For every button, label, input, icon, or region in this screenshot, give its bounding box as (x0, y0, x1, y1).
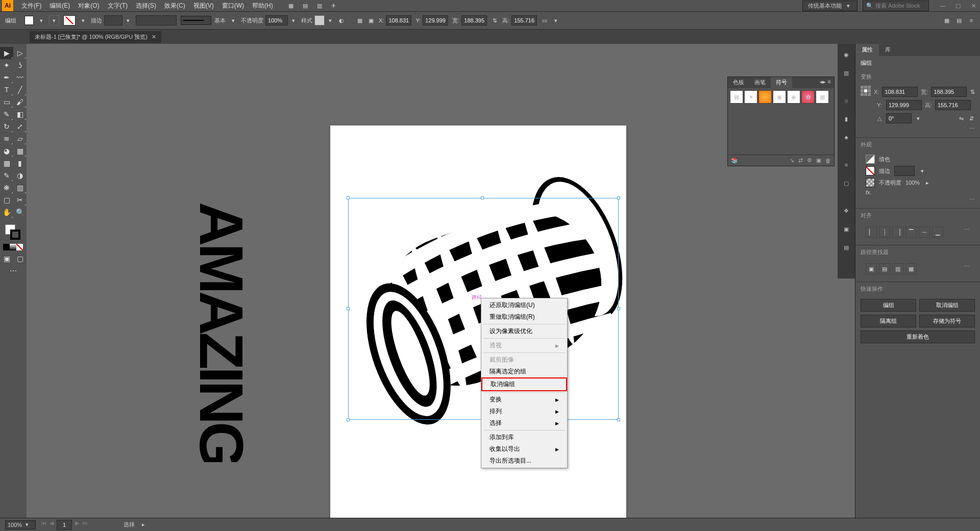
reference-point[interactable] (861, 86, 871, 98)
selection-handle[interactable] (347, 196, 350, 199)
quick-recolor-button[interactable]: 重新着色 (861, 331, 975, 343)
screen-mode-normal[interactable]: ▣ (0, 252, 13, 265)
align-top[interactable]: ▔ (905, 226, 917, 238)
screen-mode-full[interactable]: ▢ (13, 252, 27, 265)
stock-icon[interactable]: ▤ (302, 2, 309, 9)
nav-next-icon[interactable]: ▶ (75, 520, 79, 530)
more-options-icon[interactable]: ⋯ (964, 263, 970, 274)
selection-handle[interactable] (617, 196, 620, 199)
symbol-thumb[interactable]: ▩ (816, 90, 829, 104)
lasso-tool[interactable]: ʖ (13, 59, 27, 71)
type-tool[interactable]: T (0, 84, 13, 96)
window-close[interactable]: ✕ (969, 2, 978, 9)
menu-select[interactable]: 选择(S) (132, 2, 160, 10)
menu-type[interactable]: 文字(T) (104, 2, 132, 10)
color-guide-icon[interactable]: ▥ (841, 67, 852, 79)
document-tab[interactable]: 未标题-1 [已恢复]* @ 100% (RGB/GPU 预览) ✕ (30, 31, 161, 43)
pathfinder-intersect[interactable]: ▥ (892, 263, 903, 274)
shape-builder-tool[interactable]: ◕ (0, 145, 13, 157)
quick-isolate-button[interactable]: 隔离组 (861, 315, 916, 327)
magic-wand-tool[interactable]: ✦ (0, 59, 13, 71)
props-tab-libraries[interactable]: 库 (879, 44, 897, 56)
pathfinder-exclude[interactable]: ▦ (905, 263, 917, 274)
ctx-pixel-perfect[interactable]: 设为像素级优化 (481, 325, 567, 337)
panel-menu-icon[interactable]: ≡ (828, 79, 831, 87)
props-rotate-input[interactable] (886, 113, 912, 123)
menu-effect[interactable]: 效果(C) (160, 2, 189, 10)
color-mode-gradient[interactable] (10, 244, 16, 250)
quick-group-button[interactable]: 编组 (861, 299, 916, 312)
chevron-down-icon[interactable]: ▾ (38, 17, 45, 24)
ctx-redo-ungroup[interactable]: 重做取消编组(R) (481, 311, 567, 323)
zoom-select[interactable]: 100% ▾ (5, 520, 36, 529)
ctx-arrange[interactable]: 排列▶ (481, 406, 567, 417)
panel-tab-swatches[interactable]: 色板 (728, 77, 749, 88)
selection-handle[interactable] (481, 196, 484, 199)
eyedropper-tool[interactable]: ✎ (0, 169, 13, 182)
chevron-down-icon[interactable]: ▾ (290, 17, 297, 24)
selection-handle[interactable] (617, 418, 620, 421)
eraser-tool[interactable]: ◧ (13, 108, 27, 120)
bridge-icon[interactable]: ▦ (287, 2, 295, 9)
gradient-panel-icon[interactable]: ▮ (841, 113, 852, 124)
asset-export-icon[interactable]: ▣ (841, 223, 852, 235)
brush-definition[interactable] (181, 16, 211, 25)
align-right[interactable]: ▕ (892, 226, 903, 238)
color-panel-icon[interactable]: ◉ (841, 49, 852, 60)
quick-ungroup-button[interactable]: 取消编组 (919, 299, 975, 312)
menu-file[interactable]: 文件(F) (17, 2, 45, 10)
shaper-tool[interactable]: ✎ (0, 108, 13, 120)
panel-tab-brushes[interactable]: 画笔 (749, 77, 771, 88)
quick-save-symbol-button[interactable]: 存储为符号 (919, 315, 975, 327)
link-wh-icon[interactable]: ⇅ (970, 88, 975, 95)
flip-v-icon[interactable]: ⇵ (968, 115, 975, 122)
nav-last-icon[interactable]: ⏭ (82, 520, 88, 530)
opacity-arrow-icon[interactable]: ▸ (924, 179, 931, 186)
transparency-panel-icon[interactable]: ♣ (841, 132, 852, 143)
x-input[interactable] (386, 15, 411, 26)
stroke-swatch[interactable] (63, 15, 76, 26)
stroke-weight-input[interactable] (894, 166, 915, 176)
chevron-down-icon[interactable]: ▾ (230, 17, 237, 24)
more-options-icon[interactable]: ⋯ (969, 196, 975, 203)
stroke-weight-input[interactable] (104, 15, 122, 26)
symbol-options-icon[interactable]: ⚙ (807, 157, 812, 164)
selection-handle[interactable] (347, 418, 350, 421)
selection-tool[interactable]: ▶ (0, 47, 13, 59)
align-hcenter[interactable]: ┆ (879, 226, 890, 238)
color-mode-none[interactable] (16, 244, 23, 250)
symbol-lib-icon[interactable]: 📚 (731, 157, 738, 164)
search-stock-input[interactable]: 🔍 搜索 Adobe Stock (863, 1, 929, 11)
menu-edit[interactable]: 编辑(E) (45, 2, 74, 10)
menu-view[interactable]: 视图(V) (189, 2, 218, 10)
flip-h-icon[interactable]: ⇋ (958, 115, 965, 122)
symbol-thumb[interactable]: ✿ (801, 90, 815, 104)
artboard-nav[interactable]: ⏮ ◀ ▶ ⏭ (41, 520, 88, 530)
curvature-tool[interactable]: 〰 (13, 71, 27, 84)
free-transform-tool[interactable]: ▱ (13, 133, 27, 145)
ctx-isolate-group[interactable]: 隔离选定的组 (481, 366, 567, 377)
artboards-panel-icon[interactable]: ▤ (841, 242, 852, 253)
edit-toolbar[interactable]: ⋯ (0, 265, 27, 277)
anchor-icon[interactable]: ▣ (368, 17, 375, 24)
pathfinder-minus[interactable]: ▤ (879, 263, 890, 274)
close-icon[interactable]: ✕ (152, 34, 156, 40)
color-mode-solid[interactable] (3, 244, 10, 250)
slice-tool[interactable]: ✂ (13, 194, 27, 206)
align-icon[interactable]: ▦ (356, 17, 363, 24)
break-link-icon[interactable]: ⇄ (798, 157, 803, 164)
offscreen-text[interactable]: AMAZING (149, 197, 251, 463)
line-tool[interactable]: ╱ (13, 84, 27, 96)
ctx-collect-export[interactable]: 收集以导出▶ (481, 443, 567, 455)
pen-tool[interactable]: ✒ (0, 71, 13, 84)
fill-swatch[interactable] (866, 155, 875, 164)
selection-handle[interactable] (347, 307, 350, 310)
nav-first-icon[interactable]: ⏮ (41, 520, 46, 530)
mesh-tool[interactable]: ▩ (0, 157, 13, 169)
zoom-tool[interactable]: 🔍 (13, 206, 27, 218)
chevron-down-icon[interactable]: ▾ (327, 17, 334, 24)
fill-swatch[interactable] (24, 16, 34, 25)
perspective-tool[interactable]: ▦ (13, 145, 27, 157)
ctx-undo-ungroup[interactable]: 还原取消编组(U) (481, 299, 567, 311)
selection-handle[interactable] (617, 307, 620, 310)
